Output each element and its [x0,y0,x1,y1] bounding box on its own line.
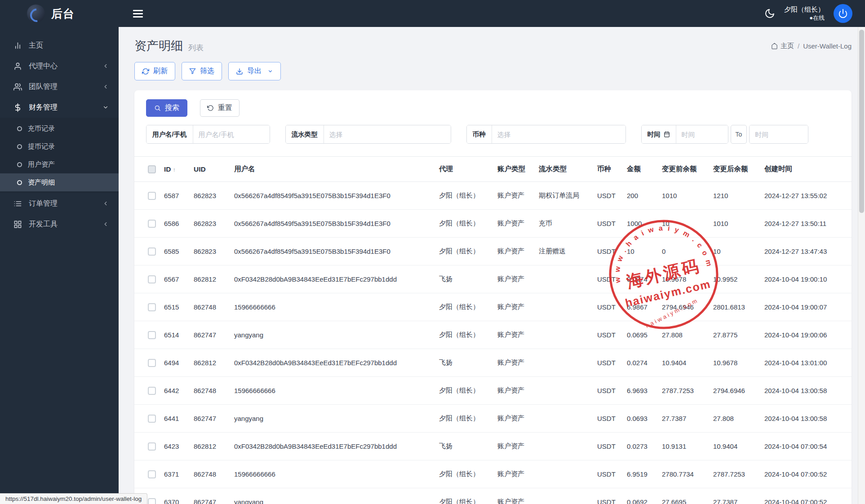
cell-username: yangyang [231,488,435,504]
username-filter-input[interactable] [193,125,270,143]
user-info: 夕阳（组长） ●在线 [784,5,825,22]
flowtype-filter-group: 流水类型 [285,125,451,144]
dark-mode-icon[interactable] [764,8,775,19]
row-checkbox[interactable] [148,248,156,256]
sidebar-toggle-icon[interactable] [133,10,143,18]
row-checkbox[interactable] [148,359,156,367]
cell-id: 6371 [160,460,190,488]
col-header-id[interactable]: ID↑ [160,157,190,182]
cell-username: 15966666666 [231,460,435,488]
row-checkbox[interactable] [148,498,156,504]
table-row: 6441 862747 yangyang 夕阳（组长） 账户资产 USDT 0.… [134,405,852,433]
col-header-account-type: 账户类型 [494,157,535,182]
cell-uid: 862748 [190,293,231,321]
row-checkbox[interactable] [148,387,156,395]
cell-account-type: 账户资产 [494,293,535,321]
cell-username: 0x566267a4df8549f5a3915E075B3b15F394d1E3… [231,182,435,210]
sidebar-item-agent-center[interactable]: 代理中心 [0,56,119,76]
export-button[interactable]: 导出 [228,62,281,80]
sidebar-label: 财务管理 [29,103,58,112]
select-all-checkbox[interactable] [148,165,156,173]
scrollbar-track[interactable] [858,27,865,504]
col-header-after-balance: 变更后余额 [710,157,761,182]
cell-before-balance: 27.6695 [658,488,710,504]
cell-username: 0x566267a4df8549f5a3915E075B3b15F394d1E3… [231,238,435,265]
cell-flow-type [535,321,594,349]
time-to-label: To [731,125,747,144]
currency-select[interactable] [492,125,625,143]
chevron-down-icon [102,104,109,111]
cell-uid: 862812 [190,265,231,293]
cell-username: yangyang [231,405,435,433]
cell-uid: 862823 [190,238,231,265]
user-icon [13,62,22,71]
cell-currency: USDT [594,321,623,349]
breadcrumb-home-link[interactable]: 主页 [771,42,794,50]
sidebar-item-dev-tools[interactable]: 开发工具 [0,214,119,234]
user-online-status: ●在线 [784,14,825,22]
table-row: 6423 862812 0xF0342B28d0bA9B34843EeEd31E… [134,433,852,460]
rotate-ccw-icon [207,105,214,111]
sidebar-item-order-mgmt[interactable]: 订单管理 [0,193,119,214]
users-icon [13,83,22,91]
filter-button[interactable]: 筛选 [182,62,222,80]
row-checkbox[interactable] [148,275,156,283]
cell-currency: USDT [594,265,623,293]
cell-agent: 夕阳（组长） [435,488,494,504]
cell-agent: 夕阳（组长） [435,293,494,321]
logout-power-icon[interactable] [834,4,852,23]
cell-id: 6585 [160,238,190,265]
time-end-input[interactable] [750,125,808,143]
sidebar-item-user-assets[interactable]: 用户资产 [0,155,119,173]
cell-created: 2024-10-04 13:00:58 [761,405,852,433]
row-checkbox[interactable] [148,331,156,339]
time-filter-group: 时间 To [641,125,809,144]
cell-after-balance: 27.8775 [710,321,761,349]
cell-flow-type [535,293,594,321]
search-icon [154,105,161,111]
row-checkbox[interactable] [148,415,156,423]
cell-uid: 862748 [190,460,231,488]
sidebar-item-deposit-log[interactable]: 充币记录 [0,119,119,137]
table-row: 6370 862747 yangyang 夕阳（组长） 账户资产 USDT 0.… [134,488,852,504]
cell-flow-type [535,377,594,405]
sidebar-item-home[interactable]: 主页 [0,35,119,56]
flowtype-select[interactable] [324,125,451,143]
reset-button[interactable]: 重置 [200,99,240,117]
sidebar-item-withdraw-log[interactable]: 提币记录 [0,137,119,155]
cell-created: 2024-10-04 13:00:58 [761,377,852,405]
sidebar-item-team-mgmt[interactable]: 团队管理 [0,76,119,97]
sidebar-item-finance-mgmt[interactable]: 财务管理 [0,97,119,118]
time-start-input[interactable] [676,125,728,143]
row-checkbox[interactable] [148,442,156,451]
download-icon [236,68,243,75]
row-checkbox[interactable] [148,220,156,228]
search-button[interactable]: 搜索 [146,99,187,117]
row-checkbox[interactable] [148,303,156,311]
cell-id: 6567 [160,265,190,293]
time-filter-label: 时间 [642,125,676,143]
row-checkbox[interactable] [148,470,156,478]
cell-agent: 飞扬 [435,433,494,460]
cell-created: 2024-12-27 13:50:11 [761,210,852,238]
cell-before-balance: 10 [658,210,710,238]
cell-uid: 862812 [190,349,231,377]
sort-asc-icon[interactable]: ↑ [173,166,176,173]
currency-filter-label: 币种 [467,125,492,143]
col-header-created: 创建时间 [761,157,852,182]
cell-after-balance: 1010 [710,210,761,238]
scrollbar-thumb[interactable] [859,30,864,213]
cell-uid: 862823 [190,182,231,210]
cell-agent: 夕阳（组长） [435,377,494,405]
cell-flow-type: 期权订单流局 [535,182,594,210]
refresh-button[interactable]: 刷新 [134,62,175,80]
sidebar-label: 主页 [29,41,43,50]
cell-id: 6587 [160,182,190,210]
sidebar-item-asset-detail[interactable]: 资产明细 [0,173,119,191]
grid-icon [13,220,22,229]
cell-after-balance: 27.808 [710,405,761,433]
row-checkbox[interactable] [148,192,156,200]
finance-submenu: 充币记录 提币记录 用户资产 资产明细 [0,118,119,193]
cell-agent: 夕阳（组长） [435,238,494,265]
cell-account-type: 账户资产 [494,349,535,377]
